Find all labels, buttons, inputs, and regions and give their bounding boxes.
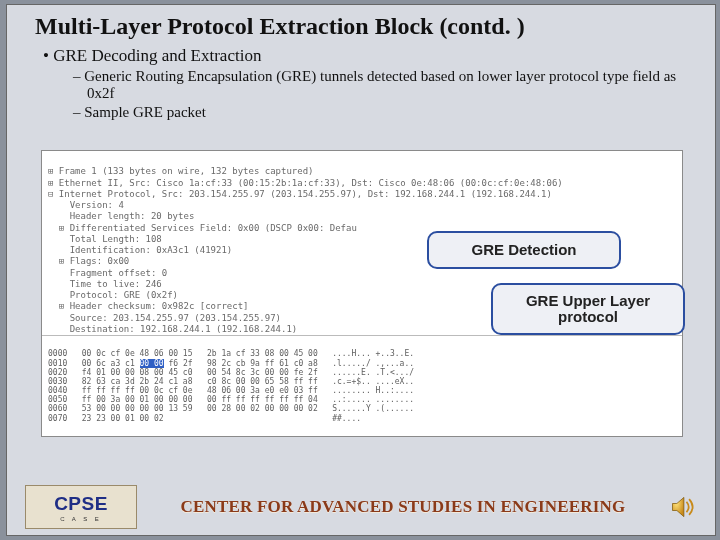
tree-ip-flags[interactable]: ⊞ Flags: 0x00 [48,256,129,266]
footer-bar: CPSE C A S E CENTER FOR ADVANCED STUDIES… [7,479,715,535]
callout-gre-upper-layer: GRE Upper Layer protocol [491,283,685,335]
tree-eth[interactable]: ⊞ Ethernet II, Src: Cisco 1a:cf:33 (00:1… [48,178,563,188]
tree-ip-ttl: Time to live: 246 [48,279,162,289]
bullet-l2a: – Generic Routing Encapsulation (GRE) tu… [73,68,679,102]
hex-row-6: 0060 53 00 00 00 00 00 13 59 00 28 00 02… [48,404,414,413]
tree-ip-cksum[interactable]: ⊞ Header checksum: 0x982c [correct] [48,301,248,311]
hex-row-7: 0070 23 23 00 01 00 02 ##.... [48,414,361,423]
tree-ip-dst: Destination: 192.168.244.1 (192.168.244.… [48,324,297,334]
tree-ip-outer[interactable]: ⊟ Internet Protocol, Src: 203.154.255.97… [48,189,552,199]
logo-text-small: C A S E [60,516,102,522]
hex-row-5: 0050 ff 00 3a 00 01 00 00 00 00 ff ff ff… [48,395,414,404]
tree-ip-len: Total Length: 108 [48,234,162,244]
tree-frame[interactable]: ⊞ Frame 1 (133 bytes on wire, 132 bytes … [48,166,314,176]
hex-row-1: 0010 00 6c a3 c1 00 00 f6 2f 98 2c cb 9a… [48,359,414,368]
tree-ip-src: Source: 203.154.255.97 (203.154.255.97) [48,313,281,323]
tree-ip-fragoff: Fragment offset: 0 [48,268,167,278]
case-logo: CPSE C A S E [25,485,137,529]
hex-row-2: 0020 f4 01 00 00 08 00 45 c0 00 54 8c 3c… [48,368,414,377]
footer-center-title: CENTER FOR ADVANCED STUDIES IN ENGINEERI… [137,497,669,517]
tree-ip-id: Identification: 0xA3c1 (41921) [48,245,232,255]
bullet-list: • GRE Decoding and Extraction – Generic … [7,46,715,121]
tree-ip-version: Version: 4 [48,200,124,210]
logo-text-big: CPSE [54,493,108,515]
slide-title: Multi-Layer Protocol Extraction Block (c… [7,5,715,40]
tree-ip-hlen: Header length: 20 bytes [48,211,194,221]
hex-dump[interactable]: 0000 00 0c cf 0e 48 06 00 15 2b 1a cf 33… [42,335,683,436]
slide: Multi-Layer Protocol Extraction Block (c… [6,4,716,536]
bullet-l2b: – Sample GRE packet [73,104,679,121]
hex-row-3: 0030 82 63 ca 3d 2b 24 c1 a8 c0 8c 00 00… [48,377,414,386]
speaker-icon[interactable] [669,493,697,521]
bullet-l1: • GRE Decoding and Extraction [43,46,679,66]
hex-row-0: 0000 00 0c cf 0e 48 06 00 15 2b 1a cf 33… [48,349,414,358]
hex-highlight: 00 00 [140,359,164,368]
hex-row-4: 0040 ff ff ff ff 00 0c cf 0e 48 06 00 3a… [48,386,414,395]
callout-gre-detection: GRE Detection [427,231,621,269]
tree-ip-proto: Protocol: GRE (0x2f) [48,290,178,300]
tree-ip-dsfield[interactable]: ⊞ Differentiated Services Field: 0x00 (D… [48,223,357,233]
